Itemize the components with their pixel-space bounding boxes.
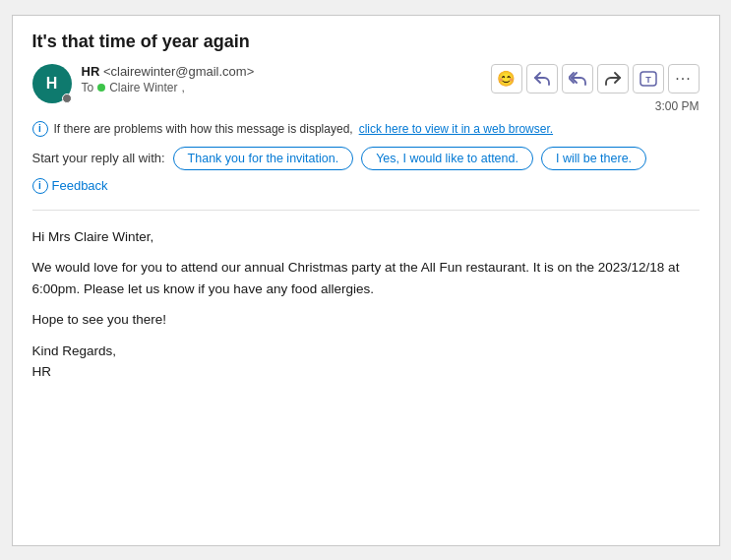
- to-label: To: [82, 81, 94, 94]
- feedback-link[interactable]: i Feedback: [32, 178, 108, 194]
- reply-button[interactable]: [526, 64, 558, 93]
- sender-details: HR <clairewinter@gmail.com> To Claire Wi…: [82, 64, 255, 94]
- feedback-label: Feedback: [52, 178, 108, 193]
- feedback-info-icon: i: [32, 178, 48, 194]
- email-subject: It's that time of year again: [32, 31, 700, 52]
- reply-suggestion-btn-3[interactable]: I will be there.: [541, 147, 646, 170]
- info-bar: i If there are problems with how this me…: [32, 121, 700, 137]
- info-link[interactable]: click here to view it in a web browser.: [359, 122, 553, 136]
- action-buttons-row: 😊: [491, 64, 700, 93]
- avatar-status: [62, 93, 72, 103]
- forward-button[interactable]: [597, 64, 629, 93]
- divider: [32, 210, 700, 211]
- body-paragraph2: Hope to see you there!: [32, 309, 700, 331]
- header-right: 😊: [491, 64, 700, 113]
- avatar-initials: H: [46, 75, 58, 93]
- recipient-name: Claire Winter: [109, 81, 177, 94]
- info-icon: i: [32, 121, 48, 137]
- reply-suggestion-label: Start your reply all with:: [32, 151, 165, 165]
- sender-display-name: HR: [82, 64, 100, 79]
- reply-suggestion-btn-1[interactable]: Thank you for the invitation.: [173, 147, 354, 170]
- reply-suggestion-btn-2[interactable]: Yes, I would like to attend.: [361, 147, 533, 170]
- body-greeting: Hi Mrs Claire Winter,: [32, 226, 700, 248]
- body-signature: HR: [32, 364, 52, 379]
- sender-name-line: HR <clairewinter@gmail.com>: [82, 64, 255, 79]
- emoji-button[interactable]: 😊: [491, 64, 522, 93]
- reply-suggestion-bar: Start your reply all with: Thank you for…: [32, 147, 700, 194]
- body-paragraph1: We would love for you to attend our annu…: [32, 257, 700, 299]
- info-text-before: If there are problems with how this mess…: [54, 122, 353, 136]
- more-options-button[interactable]: ···: [668, 64, 700, 93]
- teams-button[interactable]: T: [633, 64, 664, 93]
- body-closing: Kind Regards, HR: [32, 341, 700, 383]
- sender-email: <clairewinter@gmail.com>: [103, 64, 254, 79]
- sender-info: H HR <clairewinter@gmail.com> To Claire …: [32, 64, 255, 103]
- svg-text:T: T: [645, 75, 651, 85]
- avatar: H: [32, 64, 72, 103]
- reply-all-button[interactable]: [562, 64, 593, 93]
- email-container: It's that time of year again H HR <clair…: [12, 15, 720, 546]
- recipient-status-dot: [97, 84, 105, 92]
- recipient-line: To Claire Winter,: [82, 81, 255, 94]
- email-time: 3:00 PM: [655, 99, 700, 113]
- body-closing-text: Kind Regards,: [32, 343, 117, 358]
- email-header: H HR <clairewinter@gmail.com> To Claire …: [32, 64, 700, 113]
- email-body: Hi Mrs Claire Winter, We would love for …: [32, 226, 700, 384]
